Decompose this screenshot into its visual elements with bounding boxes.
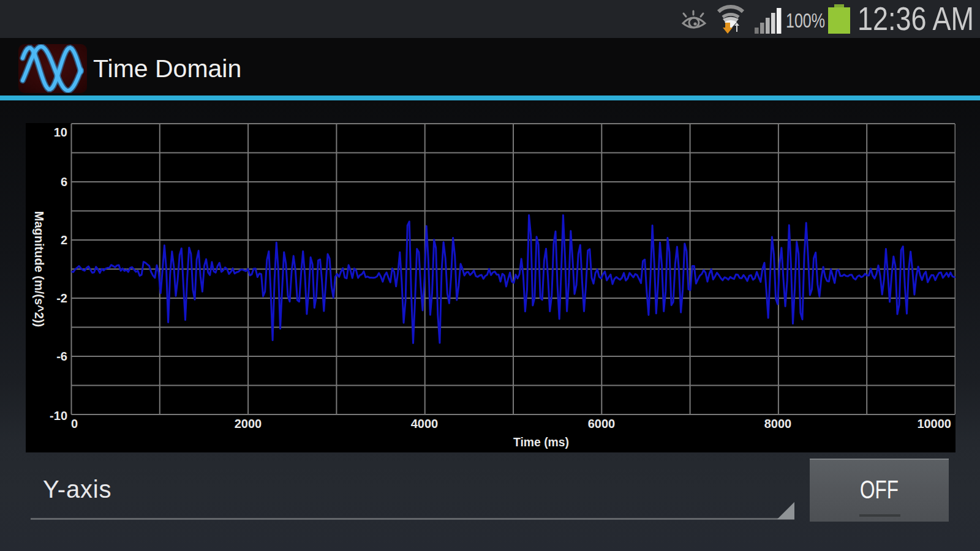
svg-text:-2: -2 — [56, 291, 67, 305]
svg-text:2000: 2000 — [235, 417, 262, 430]
svg-text:Time (ms): Time (ms) — [513, 435, 569, 449]
svg-text:0: 0 — [71, 417, 78, 430]
svg-text:4000: 4000 — [411, 417, 439, 430]
svg-text:12:36 AM: 12:36 AM — [858, 0, 974, 37]
svg-text:-10: -10 — [50, 409, 67, 422]
svg-text:Magnitude (m/(s^2)): Magnitude (m/(s^2)) — [32, 211, 46, 327]
svg-text:10: 10 — [54, 126, 67, 139]
svg-text:OFF: OFF — [860, 474, 899, 504]
svg-text:Time Domain: Time Domain — [93, 54, 241, 83]
svg-text:2: 2 — [61, 233, 67, 247]
svg-text:-6: -6 — [56, 350, 67, 363]
svg-text:6: 6 — [61, 175, 67, 189]
svg-text:6000: 6000 — [588, 417, 616, 430]
svg-text:100%: 100% — [786, 9, 825, 32]
svg-text:8000: 8000 — [764, 417, 792, 430]
svg-text:10000: 10000 — [917, 417, 951, 430]
